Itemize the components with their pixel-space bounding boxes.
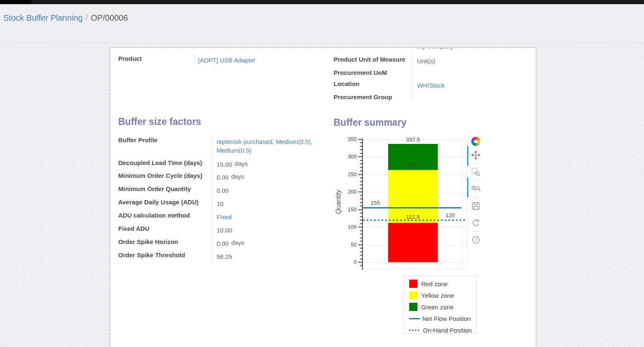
field-value: 0.00days	[217, 173, 320, 182]
section-title-buffer-size-factors: Buffer size factors	[118, 116, 201, 127]
field-value-text: WH/Stock	[417, 82, 445, 89]
net-flow-position-line	[363, 207, 461, 208]
field-label: Location	[334, 80, 360, 87]
section-title-buffer-summary: Buffer summary	[334, 117, 406, 128]
grid-line	[363, 262, 467, 263]
field-value: Unit(s)	[417, 57, 516, 65]
help-icon[interactable]: ?	[470, 235, 481, 245]
field-label: Product	[118, 55, 142, 62]
field-label: Procurement Group	[334, 93, 392, 101]
grid-line	[413, 139, 413, 268]
field-value-text: 15.00	[217, 161, 232, 168]
field-value-text: 56.25	[217, 253, 232, 260]
chart-annotation: 120	[438, 212, 463, 218]
grid-line	[363, 227, 467, 227]
reset-axes-icon[interactable]	[470, 218, 481, 228]
field-separator	[212, 135, 212, 264]
modebar-active-indicator	[467, 146, 468, 166]
top-navbar	[0, 0, 644, 4]
field-link[interactable]: Fixed	[217, 213, 320, 221]
field-label: Average Daily Usage (ADU)	[118, 199, 199, 206]
form-sheet: My Company Buffer size factors Buffer su…	[110, 48, 536, 347]
legend-item[interactable]: Red zone	[409, 278, 476, 290]
field-value-text: 10	[217, 200, 224, 207]
field-value-text: 0.00	[217, 174, 229, 181]
axis-tick	[360, 170, 362, 171]
zone-green-zone	[388, 144, 438, 170]
grid-line	[363, 157, 467, 157]
breadcrumb-separator: /	[86, 13, 88, 22]
axis-tick	[360, 265, 362, 266]
legend-item[interactable]: Net Flow Position	[409, 313, 476, 324]
axis-tick	[358, 174, 362, 175]
axis-tick	[360, 153, 362, 154]
axis-tick	[360, 251, 362, 252]
tick-label: 100	[340, 224, 357, 230]
legend-label: Green zone	[421, 304, 453, 311]
save-snapshot-icon[interactable]	[470, 201, 481, 211]
breadcrumb-parent-link[interactable]: Stock Buffer Planning	[3, 13, 83, 22]
field-value: 10.00	[217, 226, 320, 235]
axis-tick	[360, 206, 362, 206]
field-label: Minimum Order Quantity	[118, 185, 191, 192]
tick-label: 200	[340, 189, 357, 195]
axis-tick	[360, 146, 362, 147]
axis-tick	[360, 149, 362, 150]
axis-tick	[360, 234, 362, 235]
axis-tick	[358, 191, 362, 192]
axis-tick	[360, 142, 362, 143]
grid-line	[388, 139, 389, 268]
field-value: 0.00	[217, 186, 320, 195]
axis-tick	[360, 213, 362, 213]
legend-item[interactable]: On-Hand Position	[409, 324, 476, 336]
field-separator	[195, 53, 195, 65]
legend-swatch-box	[409, 280, 417, 288]
field-link[interactable]: WH/Stock	[417, 81, 516, 90]
field-label: Fixed ADU	[118, 225, 149, 232]
field-value-text: Fixed	[217, 213, 232, 220]
tick-label: 350	[340, 136, 357, 142]
field-value-text: Unit(s)	[417, 57, 435, 65]
field-value-text: 0.00	[217, 240, 229, 247]
tick-label: 150	[340, 206, 357, 213]
field-label: Buffer Profile	[118, 136, 157, 144]
legend-label: Red zone	[421, 280, 448, 287]
axis-tick	[360, 241, 362, 242]
box-zoom-icon[interactable]	[470, 167, 481, 177]
field-value-text: replenish purchased, Medium(0.5), Medium…	[217, 138, 312, 154]
field-value: 56.25	[217, 252, 320, 261]
field-label: Decoupled Lead Time (days)	[118, 159, 202, 166]
field-label: Minimum Order Cycle (days)	[118, 172, 202, 179]
axis-tick	[360, 223, 362, 224]
zoom-in-out-icon[interactable]	[470, 184, 481, 194]
axis-tick	[360, 195, 362, 196]
axis-tick	[358, 139, 362, 140]
field-value: 10	[217, 199, 320, 208]
axis-tick	[360, 188, 362, 189]
grid-line	[462, 139, 463, 268]
axis-tick	[360, 167, 362, 168]
axis-tick	[360, 230, 362, 231]
pan-icon[interactable]	[470, 150, 481, 160]
navbar-active-segment	[0, 0, 31, 4]
field-label: Product Unit of Measure	[334, 56, 405, 63]
grid-line	[363, 192, 467, 192]
chart-legend: Red zoneYellow zoneGreen zoneNet Flow Po…	[403, 275, 477, 334]
field-link[interactable]: [ADPT] USB Adapter	[198, 56, 301, 65]
axis-tick	[360, 160, 362, 161]
tick-label: 50	[340, 242, 357, 248]
svg-text:?: ?	[475, 237, 477, 242]
field-value-text: 0.00	[217, 187, 229, 194]
axis-tick	[360, 181, 362, 182]
legend-swatch-dots	[409, 330, 421, 331]
legend-label: Net Flow Position	[422, 315, 471, 322]
field-link[interactable]: replenish purchased, Medium(0.5), Medium…	[217, 137, 320, 155]
plotly-logo-icon[interactable]	[470, 136, 481, 147]
legend-item[interactable]: Yellow zone	[409, 290, 476, 301]
grid-line	[363, 268, 467, 269]
legend-item[interactable]: Green zone	[409, 301, 476, 313]
field-label: Order Spike Horizon	[118, 238, 178, 245]
chart-annotation: 262.5	[401, 163, 425, 169]
legend-swatch-box	[409, 291, 417, 299]
y-axis-line	[362, 139, 363, 270]
